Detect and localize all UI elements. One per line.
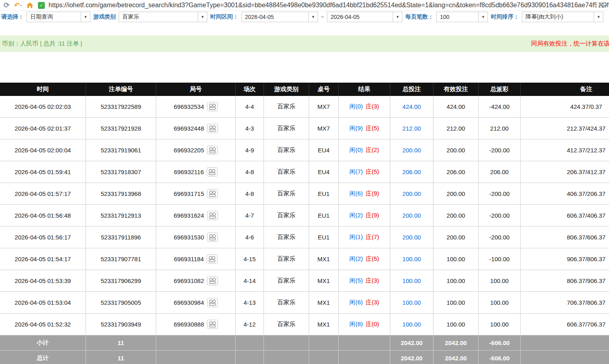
game-type-cell: 百家乐 [264,270,309,292]
replay-video-icon[interactable] [207,124,218,133]
valid-bet-cell: 206.00 [433,161,479,183]
total-bet-link[interactable]: 200.00 [402,147,421,154]
table-footer: 小计112042.002042.00-606.00总计112042.002042… [0,335,609,364]
payout-cell: -100.00 [479,248,521,270]
round-cell: 696932205 [156,139,236,161]
total-bet-link[interactable]: 200.00 [402,234,421,241]
banker-result: 庄(3) [366,103,379,110]
payout-cell: -200.00 [479,139,521,161]
total-bet-link[interactable]: 206.00 [402,168,421,175]
home-button[interactable] [26,2,33,8]
total-bet-link[interactable]: 100.00 [402,299,421,306]
total-bet-link[interactable]: 200.00 [402,212,421,219]
remark-cell: 212.37/424.37 [521,118,609,139]
valid-bet-cell: 200.00 [433,183,479,205]
page-size-select[interactable]: 100 ▼ [436,12,488,22]
replay-video-icon[interactable] [207,146,218,155]
query-type-value: 日期查询 [27,12,81,22]
bet-id-cell: 523317906299 [86,270,156,292]
currency-summary-text: 币别：人民币 | 总共 :11 注单 | [2,40,82,48]
session-cell: 4-4 [236,96,264,118]
session-cell: 4-12 [236,314,264,335]
table-header-row: 时间注单编号局号场次游戏类别桌号结果总投注有效投注总派彩备注 [0,83,609,96]
replay-video-icon[interactable] [207,233,218,242]
replay-video-icon[interactable] [207,211,218,220]
site-security-icon[interactable]: ✓ [38,2,45,9]
time-cell: 2026-04-05 01:53:04 [0,292,86,314]
page-size-label: 每页笔数： [405,13,433,21]
round-number: 696931082 [174,277,204,284]
round-number: 696932116 [174,168,204,175]
game-type-cell: 百家乐 [264,118,309,139]
round-cell: 696931624 [156,205,236,227]
undo-button[interactable]: ↶ ▾ [14,1,22,10]
replay-video-icon[interactable] [207,102,218,111]
game-type-cell: 百家乐 [264,183,309,205]
bet-id-cell: 523317922589 [86,96,156,118]
table-row: 2026-04-05 02:02:03523317922589696932534… [0,96,609,118]
query-type-select[interactable]: 日期查询 ▼ [27,12,90,22]
banker-result: 庄(9) [366,212,379,219]
undo-icon: ↶ [14,1,20,10]
replay-video-icon[interactable] [207,320,218,329]
total-bet-link[interactable]: 100.00 [402,256,421,262]
reload-icon[interactable]: ⟳ [4,1,10,10]
total-bet-cell: 212.00 [390,118,433,139]
table-number-cell: EU4 [309,139,339,161]
game-type-cell: 百家乐 [264,292,309,314]
chevron-down-icon: ▼ [478,12,488,22]
session-cell: 4-8 [236,183,264,205]
replay-video-icon[interactable] [207,298,218,307]
table-number-cell: MX1 [309,270,339,292]
date-from-select[interactable]: 2026-04-05 ▼ [241,12,318,22]
total-bet-link[interactable]: 200.00 [402,190,421,197]
column-header: 注单编号 [86,83,156,96]
time-cell: 2026-04-05 02:01:37 [0,118,86,139]
total-bet-link[interactable]: 212.00 [402,125,421,132]
game-type-cell: 百家乐 [264,248,309,270]
replay-video-icon[interactable] [207,276,218,285]
table-row: 2026-04-05 01:54:17523317907781696931184… [0,248,609,270]
player-result: 闲(7) [349,168,363,176]
bet-id-cell: 523317911896 [86,227,156,248]
date-to-select[interactable]: 2026-04-05 ▼ [327,12,402,22]
banker-result: 庄(3) [366,299,379,306]
payout-cell: -200.00 [479,183,521,205]
result-cell: 闲(5)庄(3) [339,270,390,292]
page-size-value: 100 [437,12,478,22]
address-bar[interactable]: ✓ https://iohetf.com/game/betrecord_sear… [38,0,609,10]
time-cell: 2026-04-05 02:02:03 [0,96,86,118]
footer-remark-cell [521,351,609,364]
total-bet-link[interactable]: 100.00 [402,277,421,284]
table-row: 2026-04-05 01:59:41523317918307696932116… [0,161,609,183]
total-bet-link[interactable]: 100.00 [402,321,421,328]
banker-result: 庄(7) [366,233,379,241]
sort-order-select[interactable]: 降幂(由大到小) ▼ [522,12,603,22]
result-cell: 闲(6)庄(3) [339,292,390,314]
payout-cell: 100.00 [479,270,521,292]
total-bet-link[interactable]: 424.00 [402,103,421,110]
payout-cell: 100.00 [479,314,521,335]
session-cell: 4-13 [236,292,264,314]
total-bet-cell: 424.00 [390,96,433,118]
player-result: 闲(5) [349,277,363,285]
replay-video-icon[interactable] [207,254,218,264]
remark-cell: 406.37/206.37 [521,183,609,205]
column-header: 时间 [0,83,86,96]
banker-result: 庄(2) [366,146,379,154]
time-cell: 2026-04-05 01:54:17 [0,248,86,270]
replay-video-icon[interactable] [207,189,218,198]
round-number: 696930888 [174,321,204,328]
total-bet-cell: 100.00 [390,292,433,314]
date-to-value: 2026-04-05 [327,12,393,22]
round-cell: 696931184 [156,248,236,270]
game-type-select[interactable]: 百家乐 ▼ [119,12,207,22]
date-from-value: 2026-04-05 [242,12,308,22]
result-cell: 闲(8)庄(0) [339,314,390,335]
bet-id-cell: 523317919061 [86,139,156,161]
valid-bet-cell: 200.00 [433,139,479,161]
round-cell: 696931530 [156,227,236,248]
game-type-cell: 百家乐 [264,139,309,161]
replay-video-icon[interactable] [207,167,218,177]
footer-valid-bet-cell: 2042.00 [433,351,479,364]
